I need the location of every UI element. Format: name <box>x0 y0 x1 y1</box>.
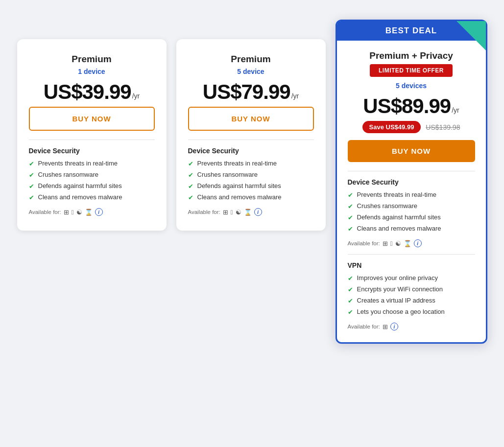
plan-devices-1: 1 device <box>29 68 155 75</box>
buy-now-button-2[interactable]: BUY NOW <box>188 107 314 131</box>
plan-title-2: Premium <box>188 54 314 65</box>
check-icon: ✔ <box>348 225 353 233</box>
feature-item: ✔Defends against harmful sites <box>188 182 314 190</box>
check-icon: ✔ <box>188 171 193 179</box>
feature-list-1: ✔Prevents threats in real-time ✔Crushes … <box>29 160 155 201</box>
plans-container: Premium 1 device US$39.99 /yr BUY NOW De… <box>17 20 487 344</box>
windows-icon: ⊞ <box>223 209 228 216</box>
feature-item: ✔Improves your online privacy <box>348 274 475 282</box>
feature-list-2: ✔Prevents threats in real-time ✔Crushes … <box>188 160 314 201</box>
feature-text: Defends against harmful sites <box>197 182 281 189</box>
feature-item: ✔Prevents threats in real-time <box>29 160 155 167</box>
info-icon-3[interactable]: i <box>414 239 422 247</box>
check-icon: ✔ <box>348 214 353 221</box>
feature-item: ✔Prevents threats in real-time <box>188 160 314 167</box>
feature-text: Improves your online privacy <box>357 274 438 282</box>
other-icon: ⌛ <box>404 240 411 247</box>
feature-text: Prevents threats in real-time <box>38 160 118 167</box>
android-icon: ☯ <box>76 209 82 216</box>
price-main-1: US$39.99 <box>44 80 131 104</box>
device-security-title-3: Device Security <box>348 178 475 186</box>
android-icon: ☯ <box>236 209 241 216</box>
feature-item: ✔Prevents threats in real-time <box>348 191 475 199</box>
price-per-1: /yr <box>132 92 140 100</box>
windows-icon: ⊞ <box>64 209 69 216</box>
apple-icon:  <box>72 209 74 216</box>
feature-text: Cleans and removes malware <box>38 193 122 201</box>
check-icon: ✔ <box>348 275 353 282</box>
check-icon: ✔ <box>29 160 34 167</box>
save-row: Save US$49.99 US$139.98 <box>348 121 475 133</box>
teal-corner-decoration <box>456 21 486 50</box>
feature-text: Crushes ransomware <box>197 171 258 178</box>
feature-item: ✔Crushes ransomware <box>188 171 314 179</box>
check-icon: ✔ <box>348 308 353 316</box>
buy-now-button-1[interactable]: BUY NOW <box>29 107 155 131</box>
plan-card-premium-privacy: BEST DEAL Premium + Privacy LIMITED TIME… <box>336 20 487 344</box>
info-icon-1[interactable]: i <box>95 208 103 216</box>
info-icon-vpn[interactable]: i <box>390 323 398 330</box>
other-icon: ⌛ <box>85 209 93 216</box>
feature-item: ✔Defends against harmful sites <box>29 182 155 190</box>
android-icon: ☯ <box>395 240 401 247</box>
feature-text: Prevents threats in real-time <box>197 160 277 167</box>
feature-text: Crushes ransomware <box>357 202 418 210</box>
feature-item: ✔Lets you choose a geo location <box>348 308 475 316</box>
vpn-title: VPN <box>348 261 475 269</box>
device-security-title-1: Device Security <box>29 147 155 155</box>
check-icon: ✔ <box>188 194 193 201</box>
divider-4 <box>348 254 475 255</box>
info-icon-2[interactable]: i <box>254 208 262 216</box>
available-for-3: Available for: ⊞  ☯ ⌛ i <box>348 239 475 247</box>
available-for-2: Available for: ⊞  ☯ ⌛ i <box>188 208 314 216</box>
windows-icon: ⊞ <box>383 323 388 330</box>
available-for-label-2: Available for: <box>188 209 220 215</box>
plan-devices-2: 5 device <box>188 68 314 75</box>
feature-text: Cleans and removes malware <box>357 225 441 232</box>
divider-3 <box>348 171 475 171</box>
plan-card-premium-1: Premium 1 device US$39.99 /yr BUY NOW De… <box>17 39 167 231</box>
price-row-2: US$79.99 /yr <box>188 80 314 104</box>
feature-item: ✔Cleans and removes malware <box>188 193 314 201</box>
original-price: US$139.98 <box>426 123 460 131</box>
check-icon: ✔ <box>348 203 353 210</box>
feature-text: Crushes ransomware <box>38 171 99 178</box>
feature-item: ✔Crushes ransomware <box>348 202 475 210</box>
price-per-2: /yr <box>291 92 299 100</box>
save-badge: Save US$49.99 <box>362 121 421 133</box>
featured-inner: Premium + Privacy LIMITED TIME OFFER 5 d… <box>337 41 486 342</box>
apple-icon:  <box>231 209 233 216</box>
price-per-3: /yr <box>452 106 459 114</box>
check-icon: ✔ <box>348 286 353 293</box>
limited-time-offer-badge: LIMITED TIME OFFER <box>370 64 453 77</box>
divider-2 <box>188 140 314 140</box>
feature-item: ✔Cleans and removes malware <box>29 193 155 201</box>
feature-item: ✔Defends against harmful sites <box>348 213 475 221</box>
plan-title-3: Premium + Privacy <box>348 50 475 61</box>
check-icon: ✔ <box>348 191 353 199</box>
price-main-3: US$89.99 <box>363 94 451 118</box>
windows-icon: ⊞ <box>383 240 388 247</box>
check-icon: ✔ <box>29 183 34 190</box>
feature-item: ✔Crushes ransomware <box>29 171 155 179</box>
feature-text: Creates a virtual IP address <box>357 297 435 304</box>
feature-text: Prevents threats in real-time <box>357 191 437 198</box>
check-icon: ✔ <box>29 194 34 201</box>
feature-item: ✔Cleans and removes malware <box>348 225 475 233</box>
feature-list-3: ✔Prevents threats in real-time ✔Crushes … <box>348 191 475 233</box>
feature-text: Encrypts your WiFi connection <box>357 285 443 293</box>
available-for-label-3: Available for: <box>348 240 380 246</box>
check-icon: ✔ <box>188 160 193 167</box>
available-for-vpn: Available for: ⊞ i <box>348 323 475 330</box>
price-row-3: US$89.99 /yr <box>348 94 475 118</box>
plan-card-premium-5: Premium 5 device US$79.99 /yr BUY NOW De… <box>176 39 326 231</box>
price-row-1: US$39.99 /yr <box>29 80 155 104</box>
available-for-label-1: Available for: <box>29 209 61 215</box>
other-icon: ⌛ <box>244 209 252 216</box>
buy-now-button-3[interactable]: BUY NOW <box>348 140 475 162</box>
plan-title-1: Premium <box>29 54 155 65</box>
check-icon: ✔ <box>188 183 193 190</box>
available-for-label-vpn: Available for: <box>348 324 380 329</box>
apple-icon:  <box>390 240 393 247</box>
divider-1 <box>29 140 155 140</box>
